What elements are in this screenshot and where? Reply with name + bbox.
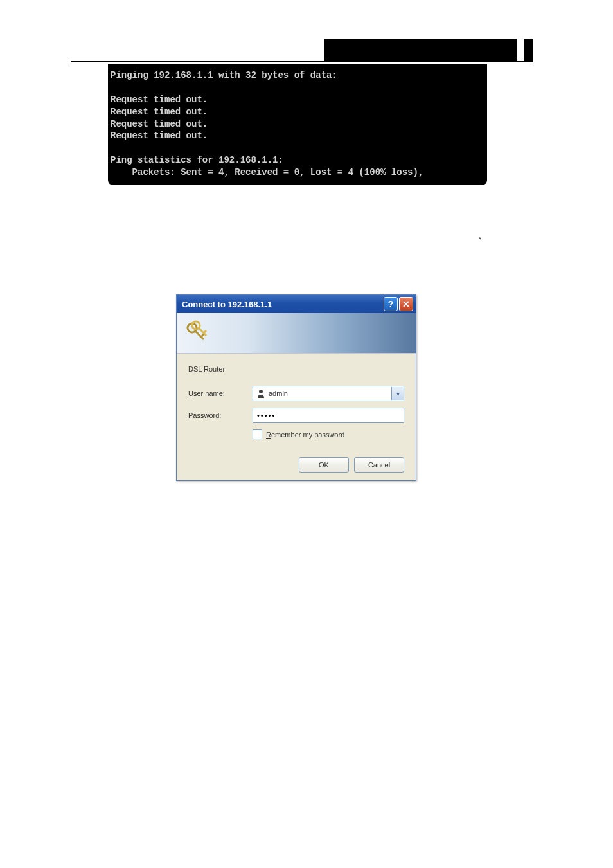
auth-realm-label: DSL Router xyxy=(188,365,404,373)
username-value: admin xyxy=(269,390,391,397)
person-icon xyxy=(256,388,266,399)
dialog-buttons: OK Cancel xyxy=(188,457,404,473)
dialog-title: Connect to 192.168.1.1 xyxy=(182,300,382,309)
authentication-dialog: Connect to 192.168.1.1 ? ✕ DSL Router Us… xyxy=(176,294,416,481)
close-button[interactable]: ✕ xyxy=(399,297,413,311)
close-icon: ✕ xyxy=(402,299,410,309)
header-black-bar xyxy=(324,39,517,61)
terminal-line: Ping statistics for 192.168.1.1: xyxy=(111,155,283,165)
dialog-titlebar: Connect to 192.168.1.1 ? ✕ xyxy=(177,295,416,313)
dropdown-arrow-icon[interactable]: ▾ xyxy=(391,387,404,400)
ok-button[interactable]: OK xyxy=(299,457,349,473)
header-black-bar-right xyxy=(522,39,535,61)
keys-icon xyxy=(184,320,210,346)
help-icon: ? xyxy=(388,299,394,309)
svg-line-2 xyxy=(201,334,204,337)
terminal-line: Request timed out. xyxy=(111,107,208,117)
svg-line-5 xyxy=(204,330,206,333)
horizontal-rule xyxy=(71,61,533,62)
dialog-banner xyxy=(177,313,416,354)
terminal-line: Packets: Sent = 4, Received = 0, Lost = … xyxy=(111,167,423,177)
command-prompt-output: Pinging 192.168.1.1 with 32 bytes of dat… xyxy=(108,64,487,185)
username-input[interactable]: admin ▾ xyxy=(253,386,404,401)
stray-mark: ‵ xyxy=(479,235,482,250)
username-label: User name: xyxy=(188,390,253,397)
remember-checkbox[interactable] xyxy=(253,429,262,439)
password-label: Password: xyxy=(188,411,253,419)
terminal-line: Request timed out. xyxy=(111,119,208,129)
password-row: Password: ••••• xyxy=(188,408,404,423)
password-input[interactable]: ••••• xyxy=(253,408,404,423)
username-row: User name: admin ▾ xyxy=(188,386,404,401)
help-button[interactable]: ? xyxy=(384,297,398,311)
password-value: ••••• xyxy=(257,411,276,419)
terminal-line: Pinging 192.168.1.1 with 32 bytes of dat… xyxy=(111,70,337,80)
svg-point-6 xyxy=(259,390,263,393)
terminal-line: Request timed out. xyxy=(111,131,208,141)
cancel-button[interactable]: Cancel xyxy=(354,457,404,473)
terminal-line: Request timed out. xyxy=(111,95,208,105)
remember-row: Remember my password xyxy=(253,429,404,439)
remember-label: Remember my password xyxy=(266,431,344,439)
dialog-body: DSL Router User name: admin ▾ Password: … xyxy=(177,354,416,480)
